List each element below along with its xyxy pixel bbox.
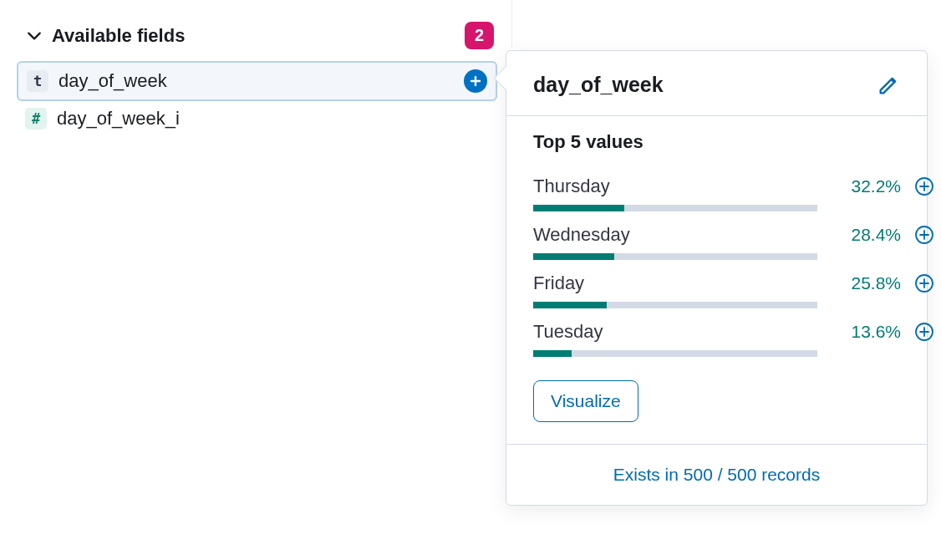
number-type-icon: # (25, 108, 47, 130)
filter-for-value-button[interactable] (913, 175, 936, 198)
field-details-popover: day_of_week Top 5 values Thursday32.2%We… (506, 50, 928, 506)
plus-icon (469, 74, 482, 88)
filter-for-value-button[interactable] (913, 272, 936, 295)
edit-field-button[interactable] (877, 74, 900, 97)
available-fields-count-badge: 2 (465, 22, 494, 49)
plus-circle-icon (914, 322, 934, 342)
pencil-icon (877, 74, 900, 97)
filter-for-value-button[interactable] (913, 320, 936, 344)
value-name: Friday (533, 272, 817, 294)
filter-for-value-button[interactable] (913, 223, 936, 247)
field-row-day_of_week_i[interactable]: #day_of_week_i (17, 101, 497, 136)
value-name: Wednesday (533, 224, 817, 246)
top-value-row: Wednesday28.4% (533, 211, 900, 260)
popover-field-name: day_of_week (533, 73, 664, 97)
value-bar (533, 253, 817, 260)
records-exist-link[interactable]: Exists in 500 / 500 records (506, 444, 927, 505)
top-value-row: Friday25.8% (533, 260, 900, 308)
value-percent: 32.2% (829, 176, 901, 196)
visualize-button[interactable]: Visualize (533, 380, 638, 422)
chevron-down-icon (27, 28, 42, 43)
plus-circle-icon (914, 176, 934, 196)
value-bar (533, 350, 817, 357)
top-values-list: Thursday32.2%Wednesday28.4%Friday25.8%Tu… (533, 163, 900, 357)
top-value-row: Tuesday13.6% (533, 308, 900, 357)
field-name-label: day_of_week_i (57, 108, 489, 130)
value-percent: 25.8% (829, 273, 901, 293)
field-row-day_of_week[interactable]: tday_of_week (17, 61, 497, 101)
value-bar (533, 302, 817, 308)
text-type-icon: t (27, 70, 48, 92)
field-name-label: day_of_week (58, 70, 454, 92)
plus-circle-icon (914, 225, 934, 245)
value-percent: 28.4% (829, 225, 901, 245)
value-bar (533, 205, 817, 211)
top-value-row: Thursday32.2% (533, 163, 900, 211)
value-name: Thursday (533, 176, 817, 197)
top-values-heading: Top 5 values (533, 131, 900, 153)
available-fields-title: Available fields (52, 25, 455, 47)
available-fields-header[interactable]: Available fields 2 (17, 17, 497, 61)
plus-circle-icon (914, 273, 934, 293)
add-field-button[interactable] (464, 69, 487, 93)
value-percent: 13.6% (829, 322, 901, 342)
fields-sidebar: Available fields 2 tday_of_week#day_of_w… (17, 17, 497, 136)
value-name: Tuesday (533, 321, 817, 343)
